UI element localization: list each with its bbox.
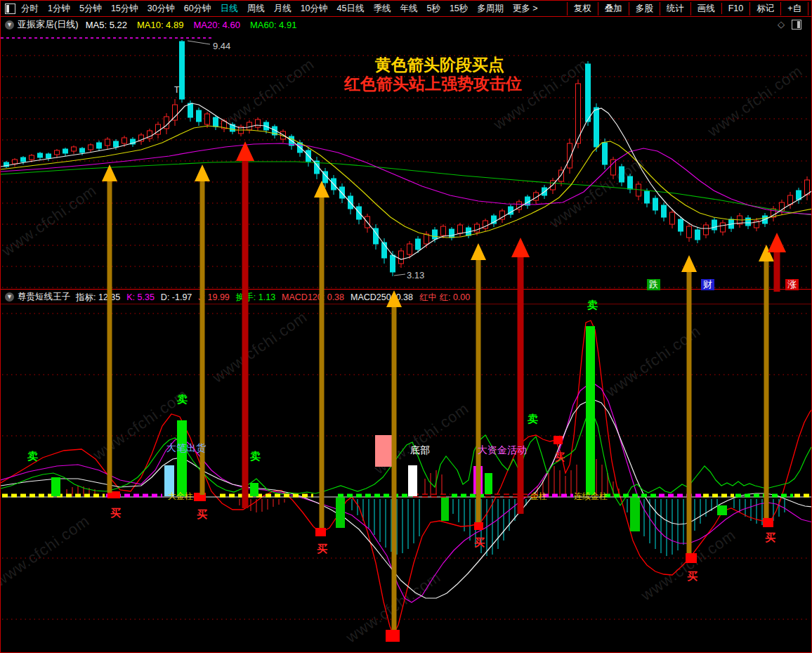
candle-body xyxy=(805,180,810,195)
indicator-bar-mark xyxy=(164,465,174,496)
tool-button-画线[interactable]: 画线 xyxy=(690,2,721,15)
candle-body xyxy=(239,127,244,134)
chart-title-bar: ▼ 亚振家居(日线) MA5: 5.22MA10: 4.89MA20: 4.60… xyxy=(1,18,811,32)
period-tab-15分钟[interactable]: 15分钟 xyxy=(111,3,138,15)
tool-buttons: 复权叠加多股统计画线F10标记+自 xyxy=(567,2,808,15)
watermark: www.cfchi.com xyxy=(216,55,318,134)
period-tab-5分钟[interactable]: 5分钟 xyxy=(79,3,102,15)
candle-body xyxy=(788,195,793,205)
period-tab-更多 >[interactable]: 更多 > xyxy=(513,3,538,15)
signal-square xyxy=(386,630,400,642)
period-tab-分时[interactable]: 分时 xyxy=(21,3,39,15)
leader-line xyxy=(394,274,405,276)
yellow-arrow-shaft xyxy=(687,271,692,553)
period-tab-45日线[interactable]: 45日线 xyxy=(337,3,365,15)
candle-body xyxy=(721,223,726,232)
period-menu-bar: 分时1分钟5分钟15分钟30分钟60分钟日线周线月线10分钟45日线季线年线5秒… xyxy=(1,1,811,17)
tool-button-多股[interactable]: 多股 xyxy=(629,2,660,15)
period-tab-多周期[interactable]: 多周期 xyxy=(477,3,504,15)
tool-button-F10[interactable]: F10 xyxy=(721,3,750,14)
candle-body xyxy=(156,124,161,134)
candle-body xyxy=(365,216,370,228)
sell-label: 卖 xyxy=(177,394,188,405)
candle-body xyxy=(114,141,119,147)
indicator-bar-mark xyxy=(375,435,392,467)
tool-button-叠加[interactable]: 叠加 xyxy=(598,2,629,15)
candle-body xyxy=(586,64,591,122)
candle-body xyxy=(105,139,110,146)
candle-body xyxy=(139,135,144,141)
period-tab-月线[interactable]: 月线 xyxy=(274,3,292,15)
candle-body xyxy=(500,211,505,219)
candle-body xyxy=(357,207,362,219)
buy-label: 买 xyxy=(765,532,775,543)
buy-label: 买 xyxy=(110,507,121,519)
period-tab-30分钟[interactable]: 30分钟 xyxy=(148,3,175,15)
candle-body xyxy=(173,105,178,120)
candle-body xyxy=(256,119,261,127)
sell-label: 卖 xyxy=(250,451,261,462)
period-tab-15秒[interactable]: 15秒 xyxy=(450,3,468,15)
watermark: www.cfchi.com xyxy=(705,62,806,141)
yellow-buy-arrow xyxy=(681,255,697,272)
candle-body xyxy=(197,110,202,122)
period-tab-1分钟[interactable]: 1分钟 xyxy=(48,3,70,15)
candle-body xyxy=(628,176,633,189)
big-money-label: 大资金活动 xyxy=(478,445,527,455)
watermark: www.cfchi.com xyxy=(638,526,740,604)
window-icon[interactable] xyxy=(5,4,15,14)
candle-body xyxy=(679,219,683,231)
candle-body xyxy=(645,191,650,203)
candle-body xyxy=(653,198,658,210)
split-pane-icon[interactable] xyxy=(792,20,801,30)
tool-button-统计[interactable]: 统计 xyxy=(660,2,690,15)
trading-app-window: 分时1分钟5分钟15分钟30分钟60分钟日线周线月线10分钟45日线季线年线5秒… xyxy=(0,0,812,653)
buy-label: 买 xyxy=(687,571,698,582)
stock-chart-canvas[interactable] xyxy=(1,1,812,653)
candle-body xyxy=(382,243,387,258)
gold-pillar-label: 金柱 xyxy=(530,492,547,501)
candle-body xyxy=(4,162,9,167)
candle-body xyxy=(38,153,43,157)
high-price-label: 9.44 xyxy=(213,41,230,51)
yellow-arrow-shaft xyxy=(200,180,205,495)
candle-body xyxy=(180,41,185,99)
candle-body xyxy=(509,207,513,214)
period-tab-日线[interactable]: 日线 xyxy=(221,3,238,15)
candle-body xyxy=(306,150,311,162)
candle-body xyxy=(323,172,328,183)
candle-body xyxy=(695,230,700,240)
red-attack-arrow xyxy=(236,141,254,161)
diamond-icon[interactable]: ◇ xyxy=(778,19,785,30)
yellow-buy-arrow xyxy=(102,164,117,181)
period-tab-年线[interactable]: 年线 xyxy=(400,3,417,15)
period-tab-季线[interactable]: 季线 xyxy=(373,3,391,15)
candle-body xyxy=(475,224,480,232)
tool-button-标记[interactable]: 标记 xyxy=(749,2,780,15)
tool-button-+自[interactable]: +自 xyxy=(780,2,808,15)
indicator-bar-mark xyxy=(177,420,187,496)
indicator-field: K: 5.35 xyxy=(126,292,155,302)
period-tab-10分钟[interactable]: 10分钟 xyxy=(301,3,328,15)
watermark: www.cfchi.com xyxy=(603,322,705,401)
signal-square xyxy=(315,528,326,536)
low-price-label: 3.13 xyxy=(407,271,424,280)
yellow-buy-arrow xyxy=(195,164,210,181)
period-tab-周线[interactable]: 周线 xyxy=(247,3,265,15)
period-tab-5秒[interactable]: 5秒 xyxy=(426,3,440,15)
candle-body xyxy=(131,139,136,144)
ma-value: MA10: 4.89 xyxy=(137,20,184,30)
collapse-icon[interactable]: ▼ xyxy=(5,292,14,302)
period-tab-60分钟[interactable]: 60分钟 xyxy=(184,3,211,15)
candle-body xyxy=(450,229,454,238)
candle-body xyxy=(281,131,286,139)
indicator-line xyxy=(1,321,812,635)
candle-body xyxy=(576,84,581,143)
indicator-field: J: 19.99 xyxy=(198,292,229,302)
collapse-icon[interactable]: ▼ xyxy=(5,20,14,30)
watermark: www.cfchi.com xyxy=(209,308,311,387)
candle-body xyxy=(433,230,438,239)
gold-pillar-label: 连续金柱 xyxy=(574,492,608,501)
tool-button-复权[interactable]: 复权 xyxy=(567,2,598,15)
indicator-line xyxy=(1,412,811,505)
